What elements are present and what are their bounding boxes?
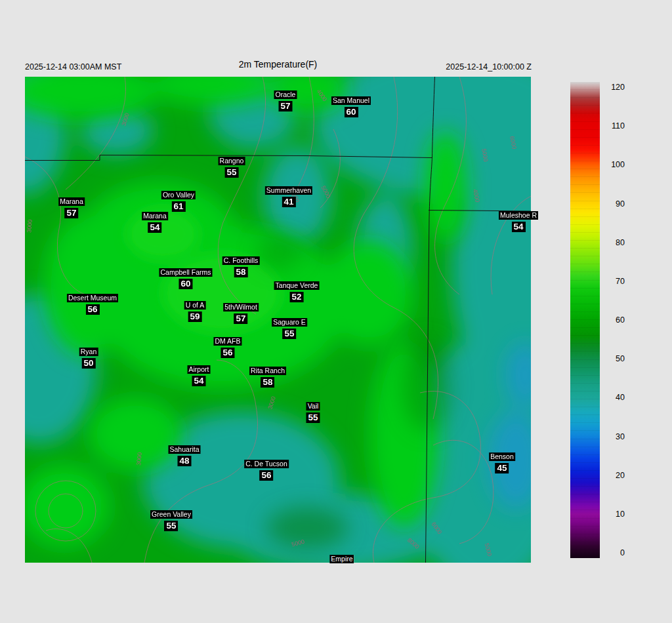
colorbar-tick-label: 50 [597,353,625,364]
contour-elevation-label: 3000 [135,452,143,466]
colorbar-tick-label: 30 [597,432,625,442]
colorbar-tick-label: 0 [597,548,625,558]
colorbar [570,82,600,558]
colorbar-tick-label: 110 [597,121,625,131]
colorbar-tick-label: 80 [597,237,625,248]
colorbar-tick-label: 90 [597,199,625,209]
temperature-field: 4000300050006000400030009000500030003000… [25,77,531,563]
colorbar-tick-label: 120 [597,82,625,92]
temperature-map: 4000300050006000400030009000500030003000… [25,77,531,563]
colorbar-tick-label: 70 [597,276,625,287]
weather-map-page: 2025-12-14 03:00AM MST 2m Temperature(F)… [0,0,672,623]
colorbar-tick-label: 20 [597,470,625,481]
colorbar-bands [570,82,600,558]
colorbar-ticks: 0102030405060708090100110120 [597,82,625,558]
colorbar-tick-label: 60 [597,315,625,325]
colorbar-tick-label: 40 [597,392,625,403]
colorbar-tick-label: 10 [597,509,625,519]
colorbar-tick-label: 100 [597,159,625,170]
contour-elevation-label: 3000 [26,219,33,233]
utc-timestamp: 2025-12-14_10:00:00 Z [446,62,532,71]
